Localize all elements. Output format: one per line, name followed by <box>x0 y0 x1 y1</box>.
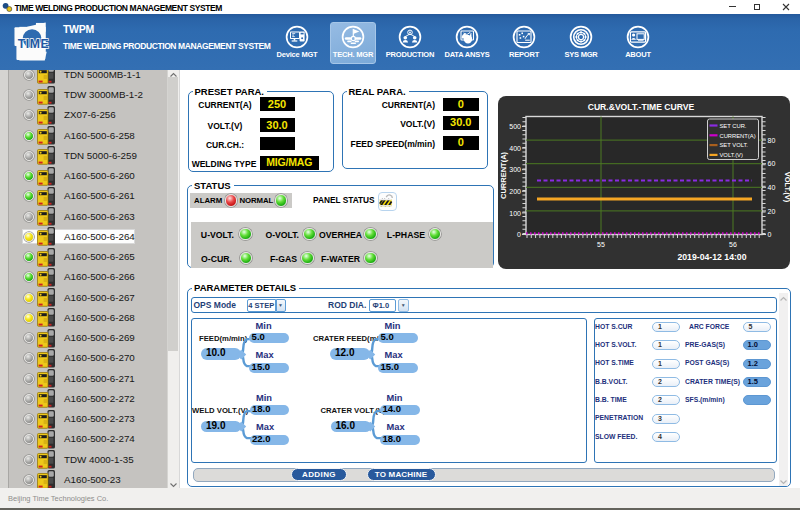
svg-text:55: 55 <box>597 240 605 247</box>
svg-text:CURRENT(A): CURRENT(A) <box>720 132 756 138</box>
svg-text:2019-04-12 14:00: 2019-04-12 14:00 <box>677 251 746 261</box>
svg-text:SET CUR.: SET CUR. <box>720 122 747 128</box>
svg-text:100: 100 <box>509 209 521 216</box>
svg-text:CURRENT(A): CURRENT(A) <box>499 151 508 199</box>
svg-text:0: 0 <box>517 231 521 238</box>
svg-text:56: 56 <box>729 240 737 247</box>
svg-text:0: 0 <box>768 231 772 238</box>
svg-text:20: 20 <box>768 207 776 214</box>
svg-text:400: 400 <box>509 144 521 151</box>
svg-text:200: 200 <box>509 187 521 194</box>
svg-text:300: 300 <box>509 166 521 173</box>
svg-text:SET VOLT.: SET VOLT. <box>720 142 749 148</box>
svg-text:VOLT.(V): VOLT.(V) <box>720 152 743 158</box>
svg-text:60: 60 <box>768 160 776 167</box>
svg-text:40: 40 <box>768 183 776 190</box>
svg-text:TIME: TIME <box>18 37 49 51</box>
svg-text:VOLT.(V): VOLT.(V) <box>783 171 791 202</box>
svg-text:CUR.&VOLT.-TIME CURVE: CUR.&VOLT.-TIME CURVE <box>588 101 695 111</box>
svg-text:80: 80 <box>768 136 776 143</box>
svg-text:500: 500 <box>509 123 521 130</box>
